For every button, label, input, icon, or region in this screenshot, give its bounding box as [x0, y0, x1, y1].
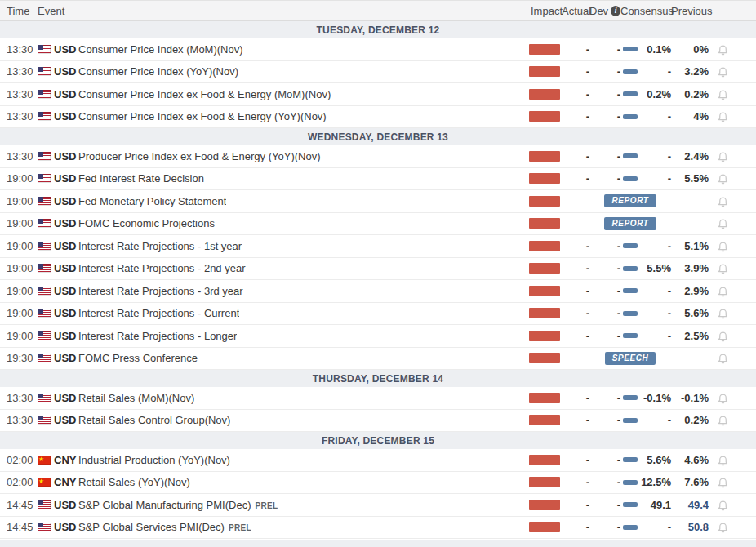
event-row[interactable]: 19:00 USD FOMC Economic Projections REPO…: [0, 213, 756, 236]
event-row[interactable]: 02:00 CNY Retail Sales (YoY)(Nov) - - 12…: [0, 472, 756, 495]
event-badge[interactable]: [623, 288, 638, 293]
col-header-consensus: Consensus: [620, 5, 671, 17]
event-row[interactable]: 13:30 USD Consumer Price Index (MoM)(Nov…: [0, 38, 756, 61]
impact-bar: [529, 151, 560, 162]
event-badge-wrap: [589, 168, 671, 190]
event-name[interactable]: Retail Sales (MoM)(Nov): [78, 392, 194, 404]
event-row[interactable]: 14:45 USD S&P Global Manufacturing PMI(D…: [0, 494, 756, 517]
event-badge[interactable]: [623, 91, 638, 96]
us-flag-icon: [38, 287, 51, 296]
event-badge[interactable]: [623, 266, 638, 271]
event-badge-wrap: [589, 517, 671, 539]
impact-bar: [529, 455, 560, 465]
event-name[interactable]: S&P Global Services PMI(Dec): [78, 521, 225, 533]
alert-bell-icon[interactable]: [717, 414, 729, 426]
event-name[interactable]: Retail Sales (YoY)(Nov): [78, 476, 190, 488]
alert-bell-icon[interactable]: [717, 392, 729, 404]
alert-bell-icon[interactable]: [717, 454, 729, 466]
event-row[interactable]: 02:00 CNY Industrial Production (YoY)(No…: [0, 449, 756, 472]
event-name[interactable]: Interest Rate Projections - Longer: [78, 330, 237, 342]
event-badge[interactable]: [623, 47, 638, 51]
dev-info-icon[interactable]: i: [611, 6, 620, 16]
event-badge[interactable]: SPEECH: [605, 352, 656, 365]
event-row[interactable]: 13:30 USD Consumer Price Index (YoY)(Nov…: [0, 61, 756, 84]
event-badge[interactable]: [623, 311, 638, 316]
alert-bell-icon[interactable]: [717, 307, 729, 319]
event-badge[interactable]: [623, 502, 638, 507]
alert-bell-icon[interactable]: [717, 217, 729, 229]
event-name[interactable]: Fed Interest Rate Decision: [78, 172, 204, 185]
event-badge[interactable]: [623, 418, 638, 423]
event-name[interactable]: Consumer Price Index (YoY)(Nov): [78, 65, 238, 78]
alert-bell-icon[interactable]: [717, 240, 729, 252]
event-row[interactable]: 13:30 USD Retail Sales Control Group(Nov…: [0, 410, 756, 433]
alert-bell-icon[interactable]: [717, 285, 729, 297]
currency-code: CNY: [54, 476, 76, 488]
event-row[interactable]: 19:00 USD Interest Rate Projections - 1s…: [0, 235, 756, 258]
event-badge[interactable]: REPORT: [604, 194, 656, 207]
event-row[interactable]: 13:30 USD Retail Sales (MoM)(Nov) - - -0…: [0, 387, 756, 410]
event-badge[interactable]: [623, 153, 638, 158]
event-row[interactable]: 19:00 USD Interest Rate Projections - 2n…: [0, 258, 756, 281]
alert-bell-icon[interactable]: [717, 499, 729, 511]
previous-value: 3.9%: [671, 262, 709, 274]
event-name[interactable]: S&P Global Manufacturing PMI(Dec): [78, 499, 251, 511]
event-time: 19:00: [0, 172, 38, 185]
event-name[interactable]: Consumer Price Index ex Food & Energy (Y…: [78, 110, 327, 122]
event-badge-wrap: [589, 106, 671, 128]
alert-bell-icon[interactable]: [717, 65, 729, 78]
alert-bell-icon[interactable]: [717, 352, 729, 364]
impact-bar: [529, 477, 560, 487]
alert-bell-icon[interactable]: [717, 330, 729, 342]
currency-code: USD: [54, 330, 76, 342]
alert-bell-icon[interactable]: [717, 150, 729, 162]
event-name[interactable]: Retail Sales Control Group(Nov): [78, 414, 230, 426]
alert-bell-icon[interactable]: [717, 43, 729, 56]
event-name[interactable]: Interest Rate Projections - 2nd year: [78, 262, 246, 274]
event-name[interactable]: Interest Rate Projections - Current: [78, 307, 239, 319]
currency-code: USD: [54, 240, 76, 252]
currency-code: USD: [54, 521, 76, 533]
event-badge[interactable]: [623, 114, 638, 119]
event-row[interactable]: 19:00 USD Fed Monetary Policy Statement …: [0, 190, 756, 213]
event-badge[interactable]: [623, 333, 638, 338]
event-row[interactable]: 19:30 USD FOMC Press Conference SPEECH: [0, 348, 756, 371]
event-name[interactable]: Consumer Price Index (MoM)(Nov): [78, 43, 243, 56]
event-name[interactable]: Fed Monetary Policy Statement: [78, 195, 226, 207]
event-badge[interactable]: REPORT: [604, 217, 656, 230]
event-badge[interactable]: [623, 457, 638, 462]
event-name[interactable]: Consumer Price Index ex Food & Energy (M…: [78, 88, 331, 100]
us-flag-icon: [38, 219, 51, 228]
event-row[interactable]: 13:30 USD Producer Price Index ex Food &…: [0, 145, 756, 168]
event-badge[interactable]: [623, 525, 638, 530]
event-row[interactable]: 14:45 USD S&P Global Services PMI(Dec) P…: [0, 517, 756, 540]
alert-bell-icon[interactable]: [717, 88, 729, 100]
event-badge[interactable]: [623, 243, 638, 248]
previous-value: 3.2%: [671, 65, 709, 78]
alert-bell-icon[interactable]: [717, 521, 729, 533]
event-badge[interactable]: [623, 69, 638, 74]
currency-code: USD: [54, 307, 76, 319]
event-name[interactable]: Interest Rate Projections - 3rd year: [78, 285, 243, 297]
event-badge[interactable]: [623, 176, 638, 181]
alert-bell-icon[interactable]: [717, 110, 729, 122]
alert-bell-icon[interactable]: [717, 476, 729, 488]
event-badge[interactable]: [623, 395, 638, 400]
event-name[interactable]: Industrial Production (YoY)(Nov): [78, 454, 230, 466]
event-badge[interactable]: [623, 480, 638, 485]
alert-bell-icon[interactable]: [717, 172, 729, 185]
event-row[interactable]: 19:00 USD Fed Interest Rate Decision - -…: [0, 168, 756, 191]
event-row[interactable]: 13:30 USD Consumer Price Index ex Food &…: [0, 106, 756, 129]
event-row[interactable]: 13:30 USD Consumer Price Index ex Food &…: [0, 83, 756, 106]
day-header-title: TUESDAY, DECEMBER 12: [317, 24, 440, 36]
event-name[interactable]: Producer Price Index ex Food & Energy (Y…: [78, 150, 321, 162]
event-row[interactable]: 19:00 USD Interest Rate Projections - 3r…: [0, 280, 756, 303]
event-time: 02:00: [0, 476, 38, 488]
event-name[interactable]: FOMC Economic Projections: [78, 217, 215, 229]
event-name[interactable]: Interest Rate Projections - 1st year: [78, 240, 242, 252]
event-name[interactable]: FOMC Press Conference: [78, 352, 198, 364]
alert-bell-icon[interactable]: [717, 262, 729, 274]
event-row[interactable]: 19:00 USD Interest Rate Projections - Cu…: [0, 303, 756, 326]
alert-bell-icon[interactable]: [717, 195, 729, 207]
event-row[interactable]: 19:00 USD Interest Rate Projections - Lo…: [0, 325, 756, 348]
